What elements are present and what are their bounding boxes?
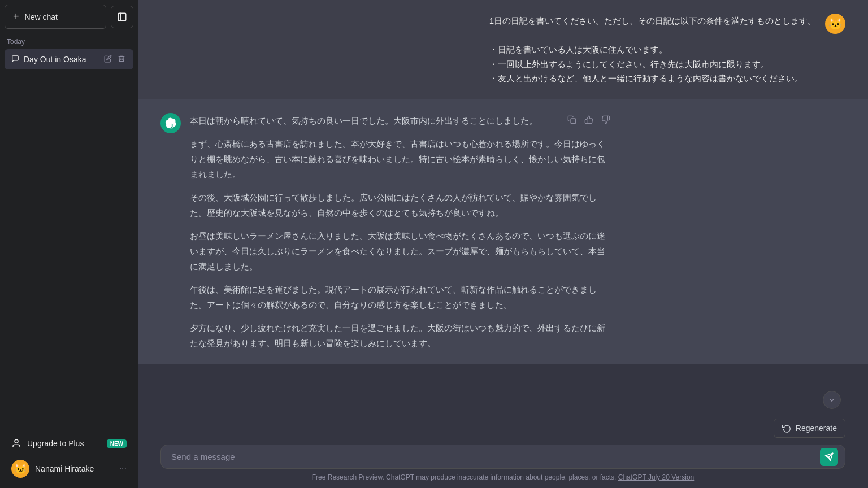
delete-chat-button[interactable]: [116, 54, 127, 65]
message-icon: [11, 55, 19, 63]
assistant-message: 本日は朝から晴れていて、気持ちの良い一日でした。大阪市内に外出することにしました…: [138, 99, 868, 364]
chevron-down-icon: [827, 395, 836, 404]
sidebar: + New chat Today Day Out in Osaka: [0, 0, 138, 488]
sidebar-top: + New chat: [0, 0, 138, 33]
today-section-label: Today: [0, 33, 138, 48]
user-message-avatar: 🐱: [825, 14, 845, 34]
user-message-inner: 1日の日記を書いてください。ただし、その日記は以下の条件を満たすものとします。 …: [489, 14, 845, 86]
disclaimer: Free Research Preview. ChatGPT may produ…: [160, 469, 845, 483]
regenerate-row: Regenerate: [160, 419, 845, 438]
new-badge: NEW: [107, 439, 127, 448]
chat-item-label: Day Out in Osaka: [24, 55, 98, 64]
regenerate-button[interactable]: Regenerate: [774, 419, 845, 438]
user-message-line-0: 1日の日記を書いてください。ただし、その日記は以下の条件を満たすものとします。: [489, 14, 816, 28]
message-actions: [565, 113, 613, 129]
chat-area: 1日の日記を書いてください。ただし、その日記は以下の条件を満たすものとします。 …: [138, 0, 868, 412]
copy-icon: [567, 115, 576, 124]
regenerate-label: Regenerate: [796, 424, 837, 433]
openai-logo: [165, 117, 176, 129]
user-message-line-3: ・一回以上外出するようにしてください。行き先は大阪市内に限ります。: [489, 57, 816, 72]
chat-item-icon: [11, 55, 19, 64]
chat-item-actions: [103, 54, 127, 65]
sidebar-toggle-icon: [117, 12, 127, 22]
thumbs-up-button[interactable]: [582, 113, 596, 129]
bottom-area: Regenerate Free Research Preview. ChatGP…: [138, 412, 868, 488]
new-chat-button[interactable]: + New chat: [5, 5, 106, 29]
user-avatar-emoji: 🐱: [14, 463, 27, 475]
edit-chat-button[interactable]: [103, 54, 113, 65]
user-menu-button[interactable]: ···: [119, 464, 127, 474]
user-name: Nanami Hiratake: [35, 464, 114, 473]
assistant-para-5: 夕方になり、少し疲れたけれど充実した一日を過ごせました。大阪の街はいつも魅力的で…: [190, 320, 613, 351]
input-container: [160, 445, 845, 469]
assistant-message-inner: 本日は朝から晴れていて、気持ちの良い一日でした。大阪市内に外出することにしました…: [160, 113, 613, 351]
thumbs-down-icon: [601, 115, 610, 124]
plus-icon: +: [13, 11, 19, 23]
thumbs-down-button[interactable]: [599, 113, 613, 129]
user-avatar: 🐱: [11, 460, 29, 478]
user-icon: [11, 438, 21, 448]
user-row[interactable]: 🐱 Nanami Hiratake ···: [5, 454, 133, 483]
user-message: 1日の日記を書いてください。ただし、その日記は以下の条件を満たすものとします。 …: [138, 0, 868, 99]
trash-icon: [118, 55, 125, 63]
user-message-bubble: 1日の日記を書いてください。ただし、その日記は以下の条件を満たすものとします。 …: [489, 14, 816, 86]
assistant-message-text: 本日は朝から晴れていて、気持ちの良い一日でした。大阪市内に外出することにしました…: [190, 113, 613, 351]
thumbs-up-icon: [584, 115, 593, 124]
assistant-para-4: 午後は、美術館に足を運びました。現代アートの展示が行われていて、斬新な作品に触れ…: [190, 282, 613, 312]
assistant-para-3: お昼は美味しいラーメン屋さんに入りました。大阪は美味しい食べ物がたくさんあるので…: [190, 228, 613, 274]
chat-input[interactable]: [171, 452, 817, 461]
scroll-down-button[interactable]: [823, 391, 841, 409]
upgrade-to-plus-button[interactable]: Upgrade to Plus NEW: [5, 433, 133, 454]
assistant-para-2: その後、大阪城公園に行って散歩しました。広い公園にはたくさんの人が訪れていて、賑…: [190, 190, 613, 220]
copy-button[interactable]: [565, 113, 579, 129]
regenerate-icon: [782, 424, 791, 433]
new-chat-label: New chat: [25, 12, 58, 21]
assistant-avatar: [160, 113, 181, 133]
send-icon: [824, 452, 834, 461]
user-message-line-4: ・友人と出かけるなど、他人と一緒に行動するような内容は書かないでください。: [489, 71, 816, 86]
main-content: 1日の日記を書いてください。ただし、その日記は以下の条件を満たすものとします。 …: [138, 0, 868, 488]
svg-rect-3: [571, 119, 576, 124]
chat-item[interactable]: Day Out in Osaka: [5, 49, 133, 69]
user-message-avatar-emoji: 🐱: [828, 17, 843, 30]
disclaimer-link[interactable]: ChatGPT July 20 Version: [618, 473, 695, 481]
assistant-para-1: まず、心斎橋にある古書店を訪れました。本が大好きで、古書店はいつも心惹かれる場所…: [190, 136, 613, 182]
svg-rect-0: [118, 13, 126, 21]
send-button[interactable]: [820, 448, 838, 466]
sidebar-toggle-button[interactable]: [111, 6, 133, 28]
svg-point-2: [15, 439, 18, 443]
edit-icon: [104, 55, 112, 63]
sidebar-bottom: Upgrade to Plus NEW 🐱 Nanami Hiratake ··…: [0, 428, 138, 488]
user-message-line-2: ・日記を書いている人は大阪に住んでいます。: [489, 42, 816, 57]
assistant-para-0: 本日は朝から晴れていて、気持ちの良い一日でした。大阪市内に外出することにしました…: [190, 113, 613, 128]
disclaimer-text: Free Research Preview. ChatGPT may produ…: [312, 473, 617, 481]
upgrade-label: Upgrade to Plus: [27, 439, 84, 448]
